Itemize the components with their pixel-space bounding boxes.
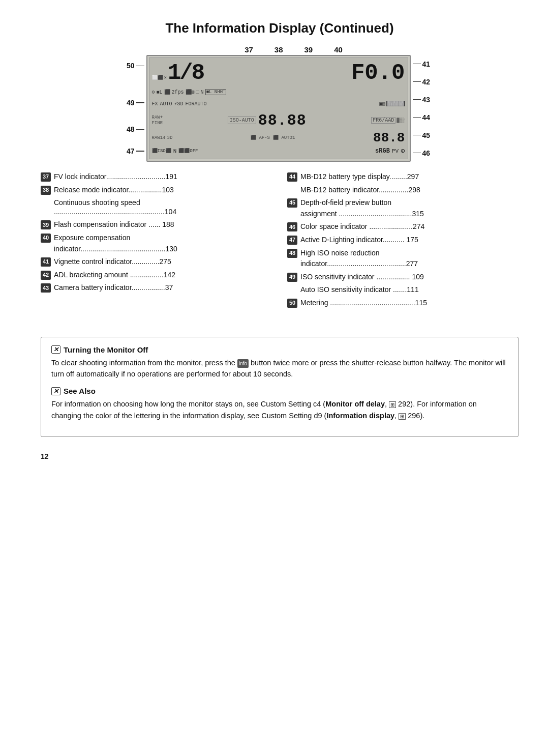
item-text: MB-D12 battery type display.........297 bbox=[300, 172, 518, 182]
item-text: Flash compensation indicator ...... 188 bbox=[54, 220, 272, 230]
label-43: 43 bbox=[422, 96, 431, 104]
item-text: Vignette control indicator..............… bbox=[54, 257, 272, 267]
item-text: Exposure compensation bbox=[54, 233, 272, 243]
note-icon-1: ✕ bbox=[51, 345, 60, 354]
list-item: 41 Vignette control indicator...........… bbox=[41, 257, 272, 267]
label-40: 40 bbox=[334, 45, 343, 54]
bold-text-1: Monitor off delay bbox=[325, 400, 385, 408]
page-number: 12 bbox=[41, 452, 518, 460]
list-item: 43 Camera battery indicator.............… bbox=[41, 283, 272, 293]
list-item: 44 MB-D12 battery type display.........2… bbox=[287, 172, 518, 182]
note-box: ✕ Turning the Monitor Off To clear shoot… bbox=[41, 337, 518, 438]
item-text: Color space indicator ..................… bbox=[300, 222, 518, 232]
item-number: 43 bbox=[41, 283, 51, 293]
label-39: 39 bbox=[304, 45, 313, 54]
list-item: 45 Depth-of-field preview button bbox=[287, 198, 518, 208]
list-item: 48 High ISO noise reduction bbox=[287, 248, 518, 258]
note-see-also: ✕ See Also For information on choosing h… bbox=[51, 387, 508, 421]
list-item: 49 ISO sensitivity indicator ...........… bbox=[287, 272, 518, 282]
label-47: 47 bbox=[127, 147, 135, 155]
camera-lcd-screen: ⬜⬛ ✕ 1/8 F0.0 ⊙■L⬛2fps ⬛⊠□N ■L NHH' bbox=[146, 55, 411, 162]
item-number: 37 bbox=[41, 172, 51, 182]
book-icon-1: ⊞ bbox=[389, 401, 396, 408]
items-area: 37 FV lock indicator....................… bbox=[41, 172, 518, 311]
note-title-1: Turning the Monitor Off bbox=[64, 345, 148, 354]
item-number: 47 bbox=[287, 236, 297, 245]
note-turning-monitor-off: ✕ Turning the Monitor Off To clear shoot… bbox=[51, 345, 508, 380]
item-text: Camera battery indicator................… bbox=[54, 283, 272, 293]
book-icon-2: ⊞ bbox=[399, 413, 406, 420]
note-body-2: For information on choosing how long the… bbox=[51, 398, 508, 421]
item-number: 48 bbox=[287, 249, 297, 258]
label-46: 46 bbox=[422, 149, 431, 157]
bold-text-2: Information display bbox=[326, 412, 394, 420]
label-42: 42 bbox=[422, 78, 431, 86]
item-text: High ISO noise reduction bbox=[300, 248, 518, 258]
item-number: 38 bbox=[41, 186, 51, 195]
list-item-indent: Auto ISO sensitivity indicator .......11… bbox=[287, 285, 518, 295]
item-number: 41 bbox=[41, 257, 51, 267]
item-number: 40 bbox=[41, 234, 51, 243]
label-49: 49 bbox=[127, 99, 135, 107]
note-heading-1: ✕ Turning the Monitor Off bbox=[51, 345, 508, 354]
note-heading-2: ✕ See Also bbox=[51, 387, 508, 395]
list-item: 40 Exposure compensation bbox=[41, 233, 272, 243]
item-text: Metering ...............................… bbox=[300, 298, 518, 308]
list-item-indent: MB-D12 battery indicator...............2… bbox=[287, 185, 518, 195]
list-item-indent-dots: ........................................… bbox=[41, 207, 272, 217]
label-41: 41 bbox=[422, 60, 431, 68]
item-text: ISO sensitivity indicator ..............… bbox=[300, 272, 518, 282]
list-item: 39 Flash compensation indicator ...... 1… bbox=[41, 220, 272, 230]
item-text: Depth-of-field preview button bbox=[300, 198, 518, 208]
list-item-indent: indicator...............................… bbox=[41, 244, 272, 254]
list-item: 46 Color space indicator ...............… bbox=[287, 222, 518, 232]
item-text: FV lock indicator.......................… bbox=[54, 172, 272, 182]
list-item: 37 FV lock indicator....................… bbox=[41, 172, 272, 182]
list-item: 50 Metering ............................… bbox=[287, 298, 518, 308]
label-45: 45 bbox=[422, 131, 431, 139]
label-50: 50 bbox=[127, 62, 135, 70]
item-number: 39 bbox=[41, 220, 51, 229]
label-38: 38 bbox=[274, 45, 283, 54]
list-item: 38 Release mode indicator...............… bbox=[41, 185, 272, 195]
list-item-indent: indicator...............................… bbox=[287, 259, 518, 269]
item-number: 50 bbox=[287, 299, 297, 308]
item-text: Active D-Lighting indicator........... 1… bbox=[300, 235, 518, 245]
list-item: 47 Active D-Lighting indicator..........… bbox=[287, 235, 518, 245]
item-number: 42 bbox=[41, 271, 51, 280]
item-text: ADL bracketing amount .................1… bbox=[54, 270, 272, 280]
note-icon-2: ✕ bbox=[51, 387, 60, 395]
label-48: 48 bbox=[127, 125, 135, 133]
note-body-1: To clear shooting information from the m… bbox=[51, 357, 508, 380]
list-item: 42 ADL bracketing amount ...............… bbox=[41, 270, 272, 280]
label-44: 44 bbox=[422, 113, 431, 122]
right-column: 44 MB-D12 battery type display.........2… bbox=[287, 172, 518, 311]
item-text: Release mode indicator.................1… bbox=[54, 185, 272, 195]
item-number: 45 bbox=[287, 198, 297, 208]
left-column: 37 FV lock indicator....................… bbox=[41, 172, 272, 311]
note-title-2: See Also bbox=[64, 387, 96, 395]
camera-diagram: 37 38 39 40 50 49 48 47 bbox=[112, 45, 447, 162]
info-button: info bbox=[237, 359, 249, 368]
list-item-indent: assignment .............................… bbox=[287, 209, 518, 219]
item-number: 49 bbox=[287, 273, 297, 282]
label-37: 37 bbox=[245, 45, 253, 54]
page-title: The Information Display (Continued) bbox=[41, 20, 518, 36]
item-number: 44 bbox=[287, 172, 297, 182]
item-number: 46 bbox=[287, 222, 297, 231]
